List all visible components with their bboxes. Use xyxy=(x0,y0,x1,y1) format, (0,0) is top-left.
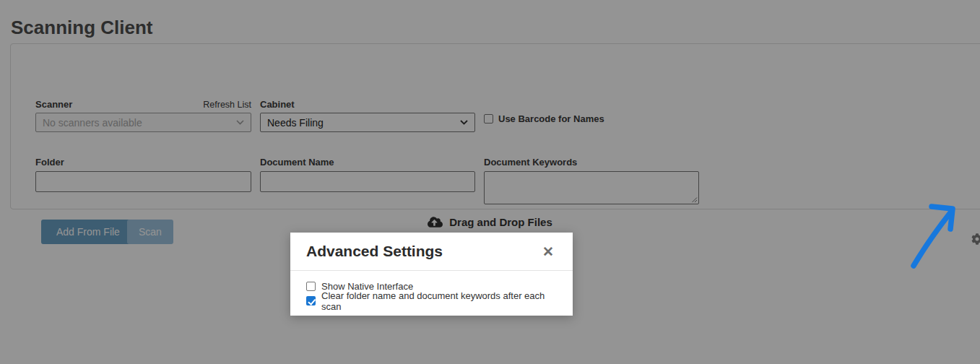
modal-title: Advanced Settings xyxy=(306,243,443,260)
modal-body: Show Native Interface Clear folder name … xyxy=(290,271,573,316)
close-icon[interactable]: ✕ xyxy=(542,245,554,259)
clear-after-scan-label: Clear folder name and document keywords … xyxy=(321,290,557,312)
modal-header: Advanced Settings ✕ xyxy=(290,233,573,271)
clear-after-scan-checkbox[interactable] xyxy=(306,296,316,306)
advanced-settings-modal: Advanced Settings ✕ Show Native Interfac… xyxy=(290,233,573,316)
clear-after-scan-row[interactable]: Clear folder name and document keywords … xyxy=(306,294,557,308)
show-native-interface-checkbox[interactable] xyxy=(306,282,316,291)
